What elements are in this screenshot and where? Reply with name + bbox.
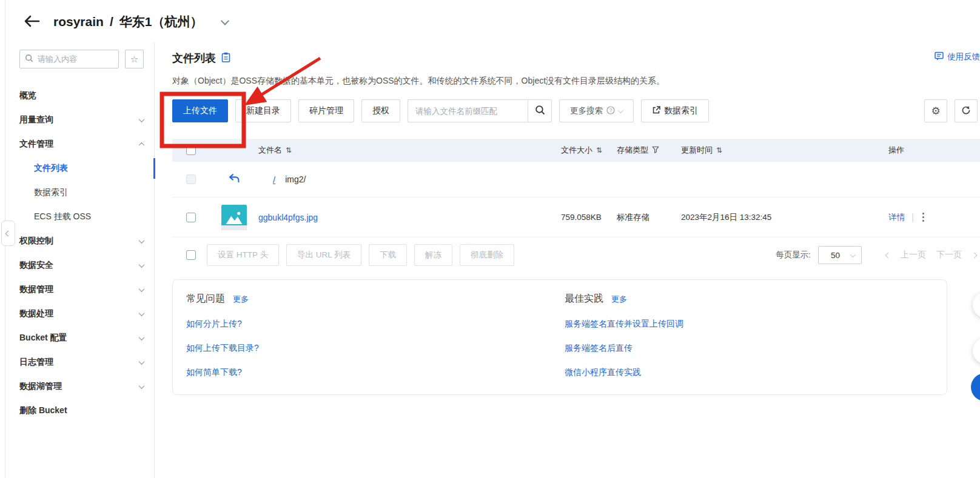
next-page-button[interactable]: 下一页 <box>936 250 962 261</box>
refresh-icon <box>961 105 971 117</box>
sidebar-item-label: 数据索引 <box>34 187 68 198</box>
list-item: 服务端签名后直传 <box>565 342 947 354</box>
clipboard-doc-icon[interactable] <box>221 52 230 65</box>
sidebar-item-label: 数据安全 <box>19 260 53 271</box>
help-circle-icon: ? <box>606 106 615 116</box>
bucket-region: 华东1（杭州） <box>119 13 203 30</box>
chevron-right-icon[interactable] <box>972 252 978 258</box>
best-link-signed-upload[interactable]: 服务端签名后直传 <box>565 343 633 353</box>
sidebar-item-permission-control[interactable]: 权限控制 <box>5 229 154 253</box>
oss-console-screen: rosyrain / 华东1（杭州） 使用反馈 ☆ 概览 用量查询 <box>0 0 980 478</box>
sidebar-item-usage-query[interactable]: 用量查询 <box>5 108 154 132</box>
sidebar-item-data-lake-management[interactable]: 数据湖管理 <box>5 374 154 399</box>
restore-button[interactable]: 解冻 <box>414 244 452 266</box>
chevron-down-icon <box>139 237 145 244</box>
column-header-name[interactable]: 文件名 ⇅ <box>258 145 561 156</box>
sidebar-item-label: 数据处理 <box>19 308 53 319</box>
faq-link-simple-download[interactable]: 如何简单下载? <box>186 367 242 377</box>
filter-funnel-icon[interactable] <box>652 146 659 155</box>
per-page-select[interactable]: 50 <box>818 246 862 264</box>
file-name-link[interactable]: ggbukl4pfgs.jpg <box>258 213 318 222</box>
sidebar-item-label: 文件列表 <box>34 163 68 174</box>
delete-permanently-button[interactable]: 彻底删除 <box>460 244 514 266</box>
authorize-button[interactable]: 授权 <box>361 99 400 122</box>
faq-best-more-link[interactable]: 更多 <box>611 294 627 305</box>
faq-link-multipart-upload[interactable]: 如何分片上传? <box>186 319 242 328</box>
breadcrumb: / img2/ <box>258 174 561 185</box>
sidebar-item-ecs-mount-oss[interactable]: ECS 挂载 OSS <box>5 205 154 229</box>
best-link-signed-upload-callback[interactable]: 服务端签名直传并设置上传回调 <box>565 319 683 328</box>
batch-select-checkbox[interactable] <box>186 250 196 260</box>
sidebar-item-data-management[interactable]: 数据管理 <box>5 277 154 302</box>
chevron-down-icon <box>139 286 145 292</box>
more-search-button[interactable]: 更多搜索 ? <box>559 99 634 122</box>
chevron-down-icon <box>850 251 856 257</box>
page-title-row: 文件列表 <box>172 51 980 65</box>
sidebar-search-input[interactable] <box>38 55 113 64</box>
sidebar-item-data-security[interactable]: 数据安全 <box>5 253 154 277</box>
set-http-header-button[interactable]: 设置 HTTP 头 <box>207 244 279 266</box>
column-header-storage-class[interactable]: 存储类型 <box>617 145 681 156</box>
sidebar-item-log-management[interactable]: 日志管理 <box>5 350 154 374</box>
sort-icon[interactable]: ⇅ <box>286 146 292 154</box>
column-header-actions: 操作 <box>873 145 980 156</box>
image-thumbnail[interactable] <box>221 205 247 230</box>
file-search-button[interactable] <box>528 99 552 122</box>
sidebar-item-bucket-config[interactable]: Bucket 配置 <box>5 326 154 350</box>
favorite-star-button[interactable]: ☆ <box>125 50 144 68</box>
page-description: 对象（Object）是OSS存储数据的基本单元，也被称为OSS的文件。和传统的文… <box>172 76 980 87</box>
export-url-list-button[interactable]: 导出 URL 列表 <box>286 244 361 266</box>
download-button[interactable]: 下载 <box>369 244 407 266</box>
sidebar-item-label: 数据湖管理 <box>19 381 62 392</box>
detail-link[interactable]: 详情 <box>888 212 905 223</box>
main-content: 文件列表 对象（Object）是OSS存储数据的基本单元，也被称为OSS的文件。… <box>172 51 980 395</box>
faq-link-upload-download-folder[interactable]: 如何上传下载目录? <box>186 343 259 353</box>
bucket-name: rosyrain <box>53 15 104 29</box>
sidebar-item-delete-bucket[interactable]: 删除 Bucket <box>5 399 154 423</box>
column-label: 操作 <box>888 145 904 154</box>
gear-icon: ⚙ <box>931 106 940 116</box>
sidebar-item-file-management[interactable]: 文件管理 <box>5 132 154 156</box>
file-toolbar: 上传文件 新建目录 碎片管理 授权 更多搜索 ? <box>172 99 980 122</box>
chevron-down-icon <box>139 383 145 389</box>
column-header-updated[interactable]: 更新时间 ⇅ <box>681 145 873 156</box>
sort-icon[interactable]: ⇅ <box>596 146 602 154</box>
select-all-checkbox[interactable] <box>186 145 196 155</box>
column-label: 文件大小 <box>561 145 592 156</box>
more-actions-kebab-icon[interactable] <box>921 211 926 224</box>
go-up-folder-icon[interactable] <box>228 173 240 186</box>
prev-page-button[interactable]: 上一页 <box>901 250 926 261</box>
chevron-left-icon[interactable] <box>885 252 891 258</box>
star-icon: ☆ <box>130 54 138 64</box>
sidebar-item-data-processing[interactable]: 数据处理 <box>5 302 154 326</box>
bucket-switch-chevron-down-icon[interactable] <box>221 17 229 25</box>
sidebar-item-overview[interactable]: 概览 <box>5 84 154 108</box>
refresh-button[interactable] <box>955 99 978 122</box>
upload-file-button[interactable]: 上传文件 <box>172 99 228 122</box>
new-folder-button[interactable]: 新建目录 <box>235 99 291 122</box>
faq-card: 常见问题 更多 如何分片上传? 如何上传下载目录? 如何简单下载? 最佳实践 更… <box>172 279 947 395</box>
list-item: 服务端签名直传并设置上传回调 <box>565 318 947 330</box>
row-checkbox[interactable] <box>186 213 196 222</box>
sidebar-item-file-list[interactable]: 文件列表 <box>5 156 154 181</box>
fragment-management-button[interactable]: 碎片管理 <box>298 99 354 122</box>
updated-time-cell: 2023年2月16日 13:32:45 <box>681 212 873 223</box>
sidebar-item-data-index[interactable]: 数据索引 <box>5 181 154 205</box>
column-header-size[interactable]: 文件大小 ⇅ <box>561 145 617 156</box>
best-link-wechat-miniprogram[interactable]: 微信小程序直传实践 <box>565 367 641 377</box>
data-index-button[interactable]: 数据索引 <box>641 99 709 122</box>
sidebar-collapse-handle[interactable] <box>1 221 15 246</box>
sidebar-search-row: ☆ <box>19 50 154 68</box>
pagination-controls: 每页显示: 50 上一页 下一页 <box>776 246 980 264</box>
breadcrumb-root-link[interactable]: / <box>273 174 275 185</box>
file-prefix-search-input[interactable] <box>408 99 528 122</box>
sidebar-search-box <box>19 50 119 68</box>
sidebar-item-label: 文件管理 <box>19 139 53 150</box>
settings-button[interactable]: ⚙ <box>924 99 947 122</box>
column-label: 更新时间 <box>681 145 713 156</box>
faq-common-more-link[interactable]: 更多 <box>233 294 249 305</box>
sidebar-item-label: 数据管理 <box>19 284 53 295</box>
row-actions: 详情 | <box>873 211 980 224</box>
back-button[interactable] <box>23 15 40 30</box>
sort-icon[interactable]: ⇅ <box>716 146 722 154</box>
